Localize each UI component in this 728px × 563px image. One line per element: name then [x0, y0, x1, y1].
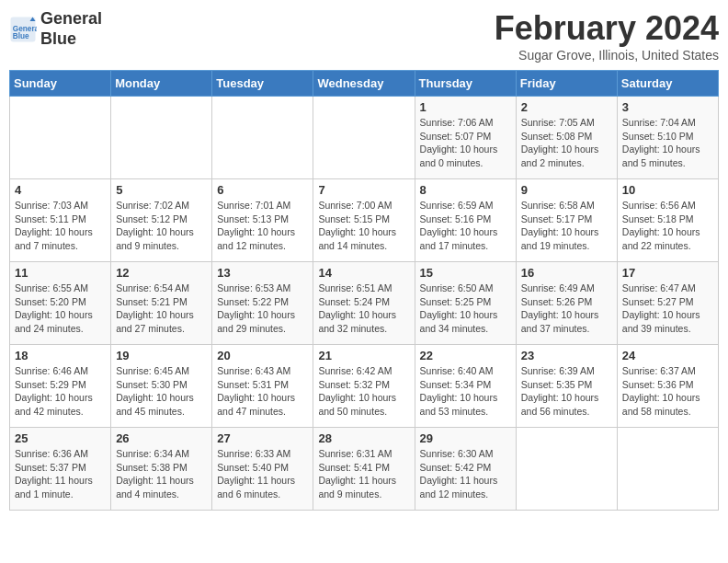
day-number: 26: [116, 431, 207, 445]
calendar-cell: [617, 428, 718, 511]
day-of-week-header: Friday: [516, 71, 617, 97]
day-info: Sunrise: 7:05 AM Sunset: 5:08 PM Dayligh…: [521, 116, 612, 170]
calendar-table: SundayMondayTuesdayWednesdayThursdayFrid…: [9, 70, 719, 511]
calendar-cell: 17Sunrise: 6:47 AM Sunset: 5:27 PM Dayli…: [617, 262, 718, 345]
calendar-week-row: 4Sunrise: 7:03 AM Sunset: 5:11 PM Daylig…: [10, 179, 719, 262]
day-of-week-header: Tuesday: [212, 71, 313, 97]
day-info: Sunrise: 6:54 AM Sunset: 5:21 PM Dayligh…: [116, 282, 207, 336]
day-number: 27: [217, 431, 308, 445]
day-info: Sunrise: 6:31 AM Sunset: 5:41 PM Dayligh…: [318, 447, 409, 501]
calendar-cell: 3Sunrise: 7:04 AM Sunset: 5:10 PM Daylig…: [617, 97, 718, 179]
logo: General Blue General Blue: [9, 9, 102, 49]
calendar-cell: 10Sunrise: 6:56 AM Sunset: 5:18 PM Dayli…: [617, 179, 718, 262]
day-info: Sunrise: 6:33 AM Sunset: 5:40 PM Dayligh…: [217, 447, 308, 501]
header-row: SundayMondayTuesdayWednesdayThursdayFrid…: [10, 71, 719, 97]
calendar-cell: 13Sunrise: 6:53 AM Sunset: 5:22 PM Dayli…: [212, 262, 313, 345]
calendar-week-row: 18Sunrise: 6:46 AM Sunset: 5:29 PM Dayli…: [10, 345, 719, 428]
day-info: Sunrise: 7:06 AM Sunset: 5:07 PM Dayligh…: [420, 116, 511, 170]
day-info: Sunrise: 7:01 AM Sunset: 5:13 PM Dayligh…: [217, 199, 308, 253]
calendar-cell: 4Sunrise: 7:03 AM Sunset: 5:11 PM Daylig…: [10, 179, 111, 262]
calendar-cell: 6Sunrise: 7:01 AM Sunset: 5:13 PM Daylig…: [212, 179, 313, 262]
day-number: 13: [217, 266, 308, 280]
day-number: 12: [116, 266, 207, 280]
day-number: 18: [15, 349, 106, 362]
calendar-cell: 19Sunrise: 6:45 AM Sunset: 5:30 PM Dayli…: [111, 345, 212, 428]
day-info: Sunrise: 6:56 AM Sunset: 5:18 PM Dayligh…: [622, 199, 713, 253]
day-number: 19: [116, 349, 207, 362]
day-info: Sunrise: 6:53 AM Sunset: 5:22 PM Dayligh…: [217, 282, 308, 336]
calendar-cell: 8Sunrise: 6:59 AM Sunset: 5:16 PM Daylig…: [415, 179, 516, 262]
calendar-cell: 24Sunrise: 6:37 AM Sunset: 5:36 PM Dayli…: [617, 345, 718, 428]
calendar-week-row: 25Sunrise: 6:36 AM Sunset: 5:37 PM Dayli…: [10, 428, 719, 511]
day-of-week-header: Sunday: [10, 71, 111, 97]
day-info: Sunrise: 6:39 AM Sunset: 5:35 PM Dayligh…: [521, 364, 612, 419]
day-info: Sunrise: 6:37 AM Sunset: 5:36 PM Dayligh…: [622, 364, 713, 419]
day-info: Sunrise: 7:00 AM Sunset: 5:15 PM Dayligh…: [318, 199, 409, 253]
day-number: 29: [420, 431, 511, 445]
day-of-week-header: Saturday: [617, 71, 718, 97]
calendar-week-row: 11Sunrise: 6:55 AM Sunset: 5:20 PM Dayli…: [10, 262, 719, 345]
calendar-cell: 7Sunrise: 7:00 AM Sunset: 5:15 PM Daylig…: [313, 179, 415, 262]
calendar-cell: 25Sunrise: 6:36 AM Sunset: 5:37 PM Dayli…: [10, 428, 111, 511]
calendar-week-row: 1Sunrise: 7:06 AM Sunset: 5:07 PM Daylig…: [10, 97, 719, 179]
day-number: 10: [622, 183, 713, 197]
day-info: Sunrise: 7:04 AM Sunset: 5:10 PM Dayligh…: [622, 116, 713, 170]
day-number: 14: [318, 266, 409, 280]
day-info: Sunrise: 6:58 AM Sunset: 5:17 PM Dayligh…: [521, 199, 612, 253]
day-info: Sunrise: 6:51 AM Sunset: 5:24 PM Dayligh…: [318, 282, 409, 336]
day-number: 28: [318, 431, 409, 445]
calendar-cell: 29Sunrise: 6:30 AM Sunset: 5:42 PM Dayli…: [415, 428, 516, 511]
day-info: Sunrise: 6:34 AM Sunset: 5:38 PM Dayligh…: [116, 447, 207, 501]
day-info: Sunrise: 6:55 AM Sunset: 5:20 PM Dayligh…: [15, 282, 106, 336]
day-number: 20: [217, 349, 308, 362]
calendar-cell: [516, 428, 617, 511]
calendar-cell: 20Sunrise: 6:43 AM Sunset: 5:31 PM Dayli…: [212, 345, 313, 428]
day-info: Sunrise: 6:59 AM Sunset: 5:16 PM Dayligh…: [420, 199, 511, 253]
day-number: 16: [521, 266, 612, 280]
day-number: 21: [318, 349, 409, 362]
day-info: Sunrise: 6:36 AM Sunset: 5:37 PM Dayligh…: [15, 447, 106, 501]
calendar-cell: 23Sunrise: 6:39 AM Sunset: 5:35 PM Dayli…: [516, 345, 617, 428]
calendar-body: 1Sunrise: 7:06 AM Sunset: 5:07 PM Daylig…: [10, 97, 719, 511]
day-number: 5: [116, 183, 207, 197]
calendar-cell: 9Sunrise: 6:58 AM Sunset: 5:17 PM Daylig…: [516, 179, 617, 262]
calendar-cell: 21Sunrise: 6:42 AM Sunset: 5:32 PM Dayli…: [313, 345, 415, 428]
logo-text: General Blue: [40, 9, 102, 49]
calendar-cell: 5Sunrise: 7:02 AM Sunset: 5:12 PM Daylig…: [111, 179, 212, 262]
calendar-header: SundayMondayTuesdayWednesdayThursdayFrid…: [10, 71, 719, 97]
month-title: February 2024: [495, 9, 719, 48]
calendar-cell: 2Sunrise: 7:05 AM Sunset: 5:08 PM Daylig…: [516, 97, 617, 179]
day-number: 11: [15, 266, 106, 280]
day-number: 17: [622, 266, 713, 280]
calendar-cell: 12Sunrise: 6:54 AM Sunset: 5:21 PM Dayli…: [111, 262, 212, 345]
day-number: 9: [521, 183, 612, 197]
day-number: 3: [622, 100, 713, 114]
calendar-cell: 15Sunrise: 6:50 AM Sunset: 5:25 PM Dayli…: [415, 262, 516, 345]
calendar-cell: [212, 97, 313, 179]
day-info: Sunrise: 6:30 AM Sunset: 5:42 PM Dayligh…: [420, 447, 511, 501]
calendar-cell: 11Sunrise: 6:55 AM Sunset: 5:20 PM Dayli…: [10, 262, 111, 345]
day-info: Sunrise: 6:43 AM Sunset: 5:31 PM Dayligh…: [217, 364, 308, 419]
day-number: 8: [420, 183, 511, 197]
logo-icon: General Blue: [9, 16, 37, 43]
calendar-cell: 14Sunrise: 6:51 AM Sunset: 5:24 PM Dayli…: [313, 262, 415, 345]
day-number: 6: [217, 183, 308, 197]
calendar-cell: 22Sunrise: 6:40 AM Sunset: 5:34 PM Dayli…: [415, 345, 516, 428]
location: Sugar Grove, Illinois, United States: [495, 48, 719, 63]
calendar-cell: 26Sunrise: 6:34 AM Sunset: 5:38 PM Dayli…: [111, 428, 212, 511]
calendar-cell: 16Sunrise: 6:49 AM Sunset: 5:26 PM Dayli…: [516, 262, 617, 345]
day-number: 24: [622, 349, 713, 362]
day-info: Sunrise: 6:45 AM Sunset: 5:30 PM Dayligh…: [116, 364, 207, 419]
svg-text:Blue: Blue: [13, 31, 29, 40]
calendar-cell: 1Sunrise: 7:06 AM Sunset: 5:07 PM Daylig…: [415, 97, 516, 179]
day-info: Sunrise: 7:03 AM Sunset: 5:11 PM Dayligh…: [15, 199, 106, 253]
day-info: Sunrise: 6:42 AM Sunset: 5:32 PM Dayligh…: [318, 364, 409, 419]
day-info: Sunrise: 6:49 AM Sunset: 5:26 PM Dayligh…: [521, 282, 612, 336]
day-info: Sunrise: 6:40 AM Sunset: 5:34 PM Dayligh…: [420, 364, 511, 419]
day-info: Sunrise: 6:47 AM Sunset: 5:27 PM Dayligh…: [622, 282, 713, 336]
day-info: Sunrise: 6:46 AM Sunset: 5:29 PM Dayligh…: [15, 364, 106, 419]
day-number: 4: [15, 183, 106, 197]
day-number: 22: [420, 349, 511, 362]
day-of-week-header: Monday: [111, 71, 212, 97]
calendar-cell: 27Sunrise: 6:33 AM Sunset: 5:40 PM Dayli…: [212, 428, 313, 511]
